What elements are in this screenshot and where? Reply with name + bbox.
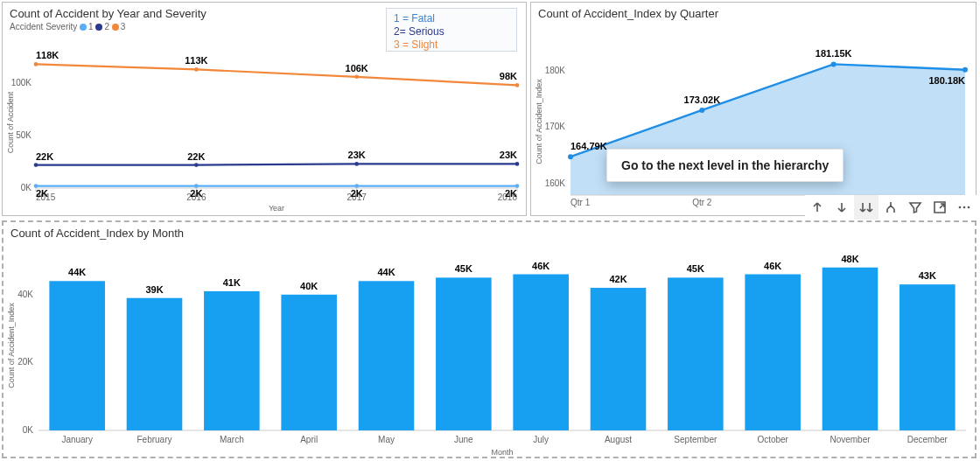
- svg-text:0K: 0K: [21, 183, 32, 192]
- svg-point-24: [354, 162, 359, 166]
- severity-key-line: 3 = Slight: [394, 38, 509, 52]
- bar[interactable]: [49, 281, 105, 430]
- svg-text:Count of Accident: Count of Accident: [6, 91, 15, 153]
- svg-text:22K: 22K: [187, 151, 205, 162]
- svg-text:December: December: [907, 435, 948, 444]
- legend-label[interactable]: 3: [121, 22, 126, 31]
- svg-text:170K: 170K: [545, 122, 566, 131]
- bar[interactable]: [668, 277, 724, 430]
- svg-text:43K: 43K: [919, 270, 936, 281]
- svg-text:July: July: [533, 435, 549, 444]
- svg-text:Count of Accident_Index: Count of Accident_Index: [7, 303, 16, 388]
- svg-point-45: [831, 61, 836, 66]
- svg-text:160K: 160K: [545, 178, 566, 188]
- legend-label[interactable]: 2: [104, 22, 109, 31]
- svg-text:May: May: [378, 435, 395, 444]
- bar[interactable]: [513, 275, 569, 430]
- chart-severity-by-year: Count of Accident by Year and Severity A…: [2, 2, 527, 216]
- svg-text:40K: 40K: [300, 281, 318, 291]
- svg-text:106K: 106K: [346, 63, 368, 73]
- svg-text:February: February: [136, 435, 172, 444]
- svg-text:181.15K: 181.15K: [816, 48, 852, 59]
- svg-point-86: [963, 206, 966, 209]
- svg-text:180K: 180K: [545, 66, 566, 75]
- severity-key-box: 1 = Fatal2= Serious3 = Slight: [386, 8, 517, 52]
- svg-text:January: January: [61, 435, 93, 444]
- focus-mode-button[interactable]: [928, 195, 952, 220]
- svg-point-87: [968, 206, 970, 209]
- svg-point-34: [515, 83, 520, 87]
- svg-text:45K: 45K: [455, 263, 472, 274]
- svg-text:20K: 20K: [18, 357, 33, 367]
- svg-text:44K: 44K: [377, 267, 395, 277]
- svg-point-47: [962, 67, 968, 73]
- drill-tooltip: Go to the next level in the hierarchy: [606, 149, 844, 182]
- chart-by-quarter: Count of Accident_Index by Quarter 160K1…: [530, 2, 976, 216]
- legend-dot[interactable]: [112, 24, 119, 31]
- bar[interactable]: [127, 298, 183, 430]
- svg-point-22: [194, 163, 199, 167]
- next-level-button[interactable]: [854, 195, 878, 220]
- svg-text:March: March: [220, 435, 244, 444]
- svg-text:Qtr 1: Qtr 1: [570, 198, 591, 207]
- visual-header-toolbar: [805, 195, 976, 220]
- bar[interactable]: [591, 288, 647, 430]
- legend-dot[interactable]: [80, 24, 87, 31]
- svg-point-32: [354, 75, 359, 80]
- svg-point-28: [34, 62, 38, 66]
- svg-text:2K: 2K: [36, 188, 48, 199]
- svg-point-41: [568, 154, 573, 159]
- svg-text:August: August: [605, 435, 632, 444]
- svg-text:November: November: [830, 435, 871, 444]
- bar[interactable]: [436, 277, 492, 430]
- svg-text:22K: 22K: [36, 151, 53, 162]
- severity-key-line: 1 = Fatal: [394, 12, 509, 25]
- svg-text:98K: 98K: [500, 71, 517, 81]
- svg-text:45K: 45K: [687, 263, 704, 274]
- more-options-button[interactable]: [952, 195, 976, 220]
- filter-icon[interactable]: [903, 195, 928, 220]
- bar[interactable]: [745, 275, 801, 430]
- svg-text:164.79K: 164.79K: [570, 141, 607, 151]
- svg-text:Qtr 2: Qtr 2: [692, 198, 712, 207]
- svg-text:23K: 23K: [348, 150, 366, 160]
- svg-text:42K: 42K: [609, 274, 626, 284]
- svg-point-43: [699, 108, 704, 113]
- svg-text:Year: Year: [269, 204, 284, 213]
- svg-text:April: April: [300, 435, 318, 444]
- svg-text:June: June: [454, 435, 473, 444]
- svg-text:173.02K: 173.02K: [684, 94, 721, 105]
- bar[interactable]: [281, 295, 337, 430]
- svg-text:23K: 23K: [500, 150, 517, 160]
- drill-down-button[interactable]: [830, 195, 854, 220]
- severity-key-line: 2= Serious: [394, 25, 509, 38]
- legend-dot[interactable]: [95, 24, 102, 31]
- svg-text:113K: 113K: [185, 55, 207, 66]
- bar[interactable]: [359, 281, 415, 430]
- chart-by-month[interactable]: Count of Accident_Index by Month 0K20K40…: [2, 220, 976, 458]
- svg-text:46K: 46K: [532, 261, 550, 271]
- svg-text:2K: 2K: [190, 188, 202, 199]
- bar[interactable]: [204, 291, 260, 430]
- svg-text:100K: 100K: [11, 78, 32, 87]
- svg-point-85: [959, 206, 962, 209]
- bar[interactable]: [900, 284, 956, 430]
- svg-text:41K: 41K: [223, 277, 241, 288]
- legend-severity: Accident Severity 1 2 3: [10, 22, 125, 31]
- svg-point-20: [34, 163, 38, 167]
- legend-label[interactable]: 1: [88, 22, 94, 31]
- drill-up-button[interactable]: [805, 195, 830, 220]
- svg-text:46K: 46K: [764, 261, 781, 271]
- svg-text:Month: Month: [491, 448, 513, 457]
- svg-text:48K: 48K: [841, 254, 858, 264]
- svg-text:40K: 40K: [18, 290, 33, 299]
- svg-point-26: [515, 162, 520, 166]
- svg-text:50K: 50K: [16, 130, 32, 140]
- svg-point-30: [194, 67, 199, 72]
- bar[interactable]: [822, 268, 878, 430]
- svg-text:2K: 2K: [505, 188, 517, 199]
- svg-text:October: October: [757, 435, 788, 444]
- svg-text:Count of Accident_Index: Count of Accident_Index: [535, 79, 543, 164]
- svg-text:September: September: [674, 435, 718, 444]
- expand-level-button[interactable]: [878, 195, 903, 220]
